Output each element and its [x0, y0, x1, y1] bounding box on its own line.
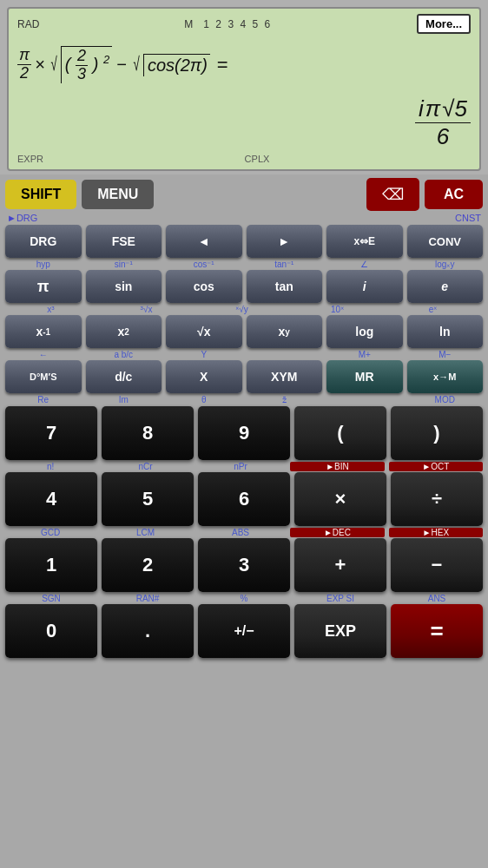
row-456: 4 5 6 × ÷ — [5, 472, 483, 526]
tan-inv-label: tan⁻¹ — [247, 260, 323, 269]
drg-cnst-labels: ►DRG CNST — [7, 213, 481, 223]
action-row: SHIFT MENU ⌫ AC — [5, 178, 483, 211]
expr-label: EXPR — [17, 154, 43, 164]
logxy-label: logₓy — [407, 260, 484, 269]
row-drg: DRG FSE ◄ ► x⇔E CONV — [5, 225, 483, 258]
dot-button[interactable]: . — [102, 604, 194, 658]
exp-button[interactable]: EXP — [294, 604, 386, 658]
nine-button[interactable]: 9 — [198, 406, 290, 460]
gcd-labels: GCD LCM ABS ►DEC ►HEX — [5, 528, 483, 537]
calculator-display: RAD M 1 2 3 4 5 6 More... π2 × √ ( 23 ) … — [7, 7, 481, 171]
result-display: i π √5 6 — [17, 95, 471, 150]
xe-button[interactable]: x⇔E — [326, 225, 403, 258]
MR-button[interactable]: MR — [326, 360, 403, 393]
sqrt-button[interactable]: √x — [166, 315, 242, 348]
i-button[interactable]: i — [326, 270, 403, 303]
conv-button[interactable]: CONV — [407, 225, 484, 258]
RAN-label: RAN# — [102, 594, 194, 603]
nPr-label: nPr — [195, 462, 286, 471]
dms-button[interactable]: D°M′S — [5, 360, 82, 393]
ex-label: eˣ — [387, 305, 478, 314]
sgn-labels: SGN RAN# % EXP SI ANS — [5, 594, 483, 603]
Im-label: Im — [86, 395, 162, 404]
expsi-label: EXP SI — [294, 594, 386, 603]
display-labels: EXPR CPLX — [17, 154, 471, 164]
seven-button[interactable]: 7 — [5, 406, 97, 460]
menu-button[interactable]: MENU — [82, 180, 154, 209]
drg-button[interactable]: DRG — [5, 225, 82, 258]
left-arr-label: ← — [5, 350, 82, 359]
row-trig: π sin cos tan i e — [5, 270, 483, 303]
oct-label: ►OCT — [389, 462, 483, 471]
e-button[interactable]: e — [407, 270, 484, 303]
backspace-button[interactable]: ⌫ — [366, 178, 419, 211]
Y-label: Y — [166, 350, 242, 359]
angle-label: ∠ — [326, 260, 403, 269]
plus-button[interactable]: + — [294, 538, 386, 592]
cplx-label: CPLX — [245, 154, 270, 164]
xy-button[interactable]: xy — [247, 315, 323, 348]
eight-button[interactable]: 8 — [102, 406, 194, 460]
ANS-label: ANS — [391, 594, 483, 603]
xM-button[interactable]: x→M — [407, 360, 484, 393]
xsqrty-label: ˣ√y — [196, 305, 287, 314]
one-button[interactable]: 1 — [5, 538, 97, 592]
complex-labels: Re Im θ z̄ MOD — [5, 395, 483, 404]
plusminus-button[interactable]: +/− — [198, 604, 290, 658]
row-123: 1 2 3 + − — [5, 538, 483, 592]
hyp-label: hyp — [5, 260, 82, 269]
right-button[interactable]: ► — [247, 225, 323, 258]
power-labels: x³ ³√x ˣ√y 10ˣ eˣ — [5, 305, 483, 314]
nfact-label: n! — [5, 462, 96, 471]
Re-label: Re — [5, 395, 82, 404]
trig-inv-labels: hyp sin⁻¹ cos⁻¹ tan⁻¹ ∠ logₓy — [5, 260, 483, 269]
lparen-button[interactable]: ( — [294, 406, 386, 460]
row-0: 0 . +/− EXP = — [5, 604, 483, 658]
div-button[interactable]: ÷ — [391, 472, 483, 526]
theta-label: θ — [166, 395, 242, 404]
cos-button[interactable]: cos — [166, 270, 242, 303]
LCM-label: LCM — [100, 528, 190, 537]
xinv-button[interactable]: x-1 — [5, 315, 82, 348]
memory-indicator: M — [184, 18, 193, 30]
log-button[interactable]: log — [326, 315, 403, 348]
left-button[interactable]: ◄ — [166, 225, 242, 258]
ln-button[interactable]: ln — [407, 315, 484, 348]
cos-inv-label: cos⁻¹ — [166, 260, 242, 269]
minus-button[interactable]: − — [391, 538, 483, 592]
row-789: 7 8 9 ( ) — [5, 406, 483, 460]
rad-mode: RAD — [17, 18, 39, 30]
mplus-label: M+ — [326, 350, 403, 359]
GCD-label: GCD — [5, 528, 96, 537]
tan-button[interactable]: tan — [247, 270, 323, 303]
dec-label: ►DEC — [290, 528, 384, 537]
sin-inv-label: sin⁻¹ — [86, 260, 162, 269]
drg-shift-label: ►DRG — [7, 213, 37, 223]
equals-button[interactable]: = — [391, 604, 483, 658]
rparen-button[interactable]: ) — [391, 406, 483, 460]
shift-button[interactable]: SHIFT — [5, 180, 76, 209]
calculator-body: SHIFT MENU ⌫ AC ►DRG CNST DRG FSE ◄ ► x⇔… — [0, 174, 488, 868]
six-button[interactable]: 6 — [198, 472, 290, 526]
mult-button[interactable]: × — [294, 472, 386, 526]
zbar-label: z̄ — [247, 395, 323, 404]
four-button[interactable]: 4 — [5, 472, 97, 526]
mem-labels: ← a b/c Y M+ M− — [5, 350, 483, 359]
fse-button[interactable]: FSE — [86, 225, 162, 258]
pi-button[interactable]: π — [5, 270, 82, 303]
more-button[interactable]: More... — [417, 14, 471, 34]
three-button[interactable]: 3 — [198, 538, 290, 592]
ABS-label: ABS — [195, 528, 286, 537]
x2-button[interactable]: x2 — [86, 315, 162, 348]
five-button[interactable]: 5 — [102, 472, 194, 526]
sin-button[interactable]: sin — [86, 270, 162, 303]
expression-display: π2 × √ ( 23 ) 2 − √ cos(2π) = — [17, 41, 471, 89]
ac-button[interactable]: AC — [425, 180, 483, 209]
zero-button[interactable]: 0 — [5, 604, 97, 658]
XYM-button[interactable]: XYM — [247, 360, 323, 393]
tenx-label: 10ˣ — [292, 305, 383, 314]
two-button[interactable]: 2 — [102, 538, 194, 592]
bin-label: ►BIN — [290, 462, 384, 471]
dc-button[interactable]: d/c — [86, 360, 162, 393]
X-button[interactable]: X — [166, 360, 242, 393]
